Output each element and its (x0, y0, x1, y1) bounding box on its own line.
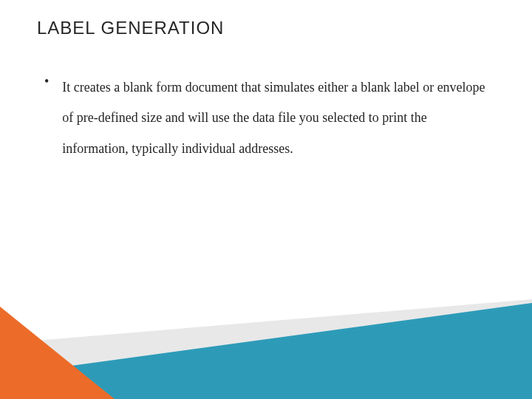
bullet-item: • It creates a blank form document that … (44, 72, 495, 164)
slide: LABEL GENERATION • It creates a blank fo… (0, 0, 532, 399)
bullet-marker: • (44, 74, 49, 89)
footer-decoration (0, 281, 532, 399)
slide-title: LABEL GENERATION (37, 18, 224, 38)
slide-content: • It creates a blank form document that … (44, 72, 495, 164)
bullet-text: It creates a blank form document that si… (62, 72, 495, 164)
